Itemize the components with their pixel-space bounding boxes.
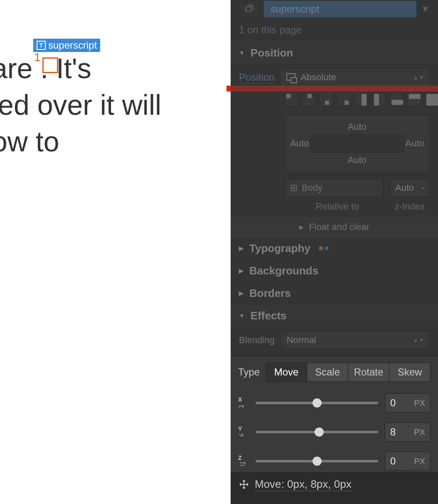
move-icon — [239, 479, 249, 489]
chevron-right-icon: ▶ — [239, 267, 244, 274]
blending-row: Blending Normal ▲▼ — [231, 327, 438, 353]
body-text: are . It's led over it will ow to — [0, 50, 161, 160]
chevron-down-icon[interactable]: ▼ — [421, 4, 430, 15]
anchor-top-left[interactable] — [285, 92, 298, 106]
relative-to-row: Body Auto - — [231, 176, 438, 200]
canvas-area: are . It's led over it will ow to T supe… — [0, 0, 231, 504]
selection-label[interactable]: T superscript — [33, 39, 100, 52]
transform-type-row: Type Move Scale Rotate Skew — [231, 356, 438, 388]
anchor-right-full[interactable] — [354, 92, 368, 106]
backgrounds-section-header[interactable]: ▶ Backgrounds — [231, 259, 438, 282]
move-z-input[interactable]: 0PX — [385, 452, 431, 471]
override-indicator-icon — [319, 246, 329, 250]
offset-left[interactable]: Auto — [290, 138, 309, 149]
svg-rect-0 — [246, 7, 251, 12]
offset-right[interactable]: Auto — [405, 138, 424, 149]
chevron-right-icon: ▶ — [239, 245, 244, 252]
zindex-input[interactable]: Auto - — [390, 179, 430, 197]
anchor-full[interactable] — [425, 92, 438, 106]
text-line-3: ow to — [0, 126, 59, 157]
relative-to-select[interactable]: Body — [285, 179, 383, 197]
chevron-down-icon: ▼ — [239, 312, 245, 319]
chevron-updown-icon: ▲▼ — [413, 74, 424, 81]
blending-label: Blending — [239, 335, 275, 346]
text-element-icon: T — [37, 41, 46, 50]
transform-summary-row[interactable]: Move: 0px, 8px, 0px — [231, 472, 438, 496]
z-axis-icon: Z — [238, 455, 249, 468]
annotation-highlight-line — [226, 86, 438, 91]
superscript-text: 1 — [34, 51, 41, 64]
selection-class-name: superscript — [48, 40, 97, 51]
position-section-header[interactable]: ▼ Position — [231, 42, 438, 64]
type-label: Type — [238, 366, 260, 378]
effects-section-header[interactable]: ▼ Effects — [231, 304, 438, 327]
position-label: Position — [239, 72, 274, 84]
tab-rotate[interactable]: Rotate — [348, 363, 389, 381]
move-y-input[interactable]: 8PX — [385, 422, 431, 442]
anchor-top-full[interactable] — [407, 92, 421, 106]
selector-count: 1 on this page — [231, 18, 438, 42]
tab-move[interactable]: Move — [266, 363, 307, 381]
anchor-left-full[interactable] — [372, 92, 386, 106]
chevron-down-icon: ▼ — [239, 49, 245, 56]
move-x-row: X 0PX — [231, 388, 438, 418]
anchor-bottom-full[interactable] — [390, 92, 403, 106]
move-x-input[interactable]: 0PX — [385, 393, 431, 413]
float-clear-toggle[interactable]: ▶ Float and clear — [231, 217, 438, 237]
selector-target-icon[interactable] — [239, 1, 260, 17]
move-y-row: Y 8PX — [231, 418, 438, 447]
transform-panel: Type Move Scale Rotate Skew X 0PX Y 8PX … — [231, 356, 438, 476]
blending-select[interactable]: Normal ▲▼ — [281, 331, 430, 349]
offset-center-input[interactable] — [310, 134, 404, 153]
y-axis-icon: Y — [238, 425, 249, 439]
text-line-2: led over it will — [0, 89, 161, 121]
relative-labels: Relative to z-Index — [231, 200, 438, 217]
selected-element-outline[interactable] — [42, 57, 58, 73]
typography-section-header[interactable]: ▶ Typography — [231, 237, 438, 259]
x-axis-icon: X — [238, 396, 249, 410]
chevron-right-icon: ▶ — [299, 224, 304, 230]
body-icon — [290, 184, 298, 192]
anchor-bottom[interactable] — [320, 92, 333, 106]
tab-skew[interactable]: Skew — [389, 363, 430, 381]
tab-scale[interactable]: Scale — [307, 363, 348, 381]
offset-box: Auto Auto Auto Auto — [285, 115, 430, 172]
anchor-top[interactable] — [302, 92, 315, 106]
move-x-slider[interactable] — [256, 402, 378, 404]
transform-summary-text: Move: 0px, 8px, 0px — [255, 478, 352, 491]
class-tag[interactable]: superscript — [264, 1, 416, 17]
move-z-slider[interactable] — [256, 460, 378, 462]
style-panel: superscript ▼ 1 on this page ▼ Position … — [231, 0, 438, 504]
anchor-bottom-right[interactable] — [337, 92, 350, 106]
move-y-slider[interactable] — [256, 431, 378, 433]
absolute-icon — [286, 72, 296, 82]
position-select[interactable]: Absolute ▲▼ — [280, 68, 430, 86]
offset-bottom[interactable]: Auto — [348, 155, 367, 166]
chevron-updown-icon: ▲▼ — [413, 337, 424, 343]
offset-top[interactable]: Auto — [348, 121, 367, 132]
anchor-preset-row — [231, 91, 438, 111]
move-z-row: Z 0PX — [231, 447, 438, 476]
borders-section-header[interactable]: ▶ Borders — [231, 282, 438, 304]
selector-row: superscript ▼ — [231, 0, 438, 18]
chevron-right-icon: ▶ — [239, 290, 244, 296]
transform-type-segment: Move Scale Rotate Skew — [266, 363, 431, 382]
